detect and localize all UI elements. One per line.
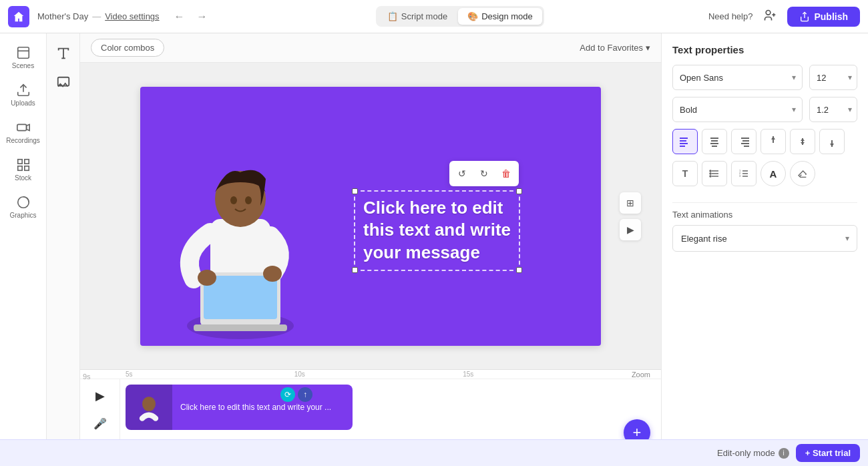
text-color-button[interactable]: A: [761, 161, 786, 186]
script-icon: 📋: [387, 11, 398, 21]
align-center-button[interactable]: [702, 129, 727, 154]
canvas-right-buttons: ⊞ ▶: [620, 192, 641, 240]
svg-rect-31: [680, 143, 688, 144]
edit-only-mode: Edit-only mode i: [717, 448, 789, 459]
sidebar-graphics-label: Graphics: [9, 212, 36, 219]
add-user-button[interactable]: [759, 6, 781, 27]
edit-only-text: Edit-only mode: [717, 448, 775, 458]
left-sidebar: Scenes Uploads Recordings Stock Graphics: [0, 33, 47, 466]
font-size-wrap: 12 14 16 18 24: [809, 65, 857, 90]
character-image: [140, 119, 341, 346]
text-undo-button[interactable]: ↺: [452, 164, 472, 184]
sidebar-recordings-label: Recordings: [6, 137, 40, 144]
svg-rect-39: [741, 143, 749, 144]
text-redo-button[interactable]: ↻: [474, 164, 494, 184]
canvas-area: Color combos Add to Favorites ▾: [80, 33, 661, 466]
text-tool-button[interactable]: [51, 41, 75, 65]
play-button[interactable]: ▶: [89, 385, 112, 407]
play-preview-button[interactable]: ▶: [620, 219, 641, 240]
forward-button[interactable]: →: [193, 8, 212, 25]
svg-rect-9: [17, 160, 21, 164]
add-favorites-chevron: ▾: [646, 43, 650, 53]
publish-button[interactable]: Publish: [787, 7, 860, 27]
text-delete-button[interactable]: 🗑: [496, 164, 516, 184]
align-bottom-button[interactable]: [819, 129, 845, 154]
design-mode-label: Design mode: [481, 11, 533, 21]
font-weight-select[interactable]: Bold Regular Light Italic: [672, 97, 803, 122]
mic-button[interactable]: 🎤: [89, 413, 111, 434]
sidebar-item-recordings[interactable]: Recordings: [4, 115, 43, 150]
sidebar-item-uploads[interactable]: Uploads: [4, 77, 43, 112]
line-height-wrap: 1.2 1.0 1.4 1.6: [809, 97, 857, 122]
canvas-wrapper: ↺ ↻ 🗑 Click here to edit this text and w…: [80, 63, 661, 369]
sidebar-item-graphics[interactable]: Graphics: [4, 190, 43, 224]
font-size-select[interactable]: 12 14 16 18 24: [809, 65, 857, 90]
handle-top-left[interactable]: [352, 188, 358, 194]
color-combos-button[interactable]: Color combos: [91, 39, 164, 57]
design-icon: 🎨: [467, 11, 478, 21]
svg-point-28: [142, 397, 156, 411]
svg-text:3: 3: [739, 174, 741, 178]
sidebar-item-stock[interactable]: Stock: [4, 152, 43, 187]
back-button[interactable]: ←: [170, 8, 189, 25]
video-settings-link[interactable]: Video settings: [105, 11, 159, 21]
svg-point-0: [767, 10, 771, 15]
script-mode-button[interactable]: 📋 Script mode: [378, 8, 457, 25]
clip-icon-teal[interactable]: ⟳: [280, 387, 295, 402]
track-clip[interactable]: ⟳ ↑ Click here to edit this text and wri…: [126, 385, 353, 430]
svg-point-26: [198, 270, 216, 286]
start-trial-button[interactable]: + Start trial: [796, 444, 860, 462]
home-button[interactable]: [8, 6, 29, 27]
sidebar-item-scenes[interactable]: Scenes: [4, 40, 43, 75]
mode-switcher: 📋 Script mode 🎨 Design mode: [376, 6, 544, 27]
svg-rect-34: [711, 140, 718, 142]
animation-select[interactable]: Elegant rise Fade in Slide left Bounce N…: [672, 225, 857, 252]
text-line3: your message: [363, 242, 480, 262]
align-top-button[interactable]: [761, 129, 786, 154]
time-markers: 5s 10s 15s: [126, 371, 632, 378]
info-icon[interactable]: i: [779, 448, 789, 459]
clip-text-preview[interactable]: Click here to edit this text and write y…: [172, 397, 353, 419]
add-to-favorites-button[interactable]: Add to Favorites ▾: [580, 43, 650, 53]
font-family-select[interactable]: Open Sans Arial Roboto: [672, 65, 803, 90]
topbar: Mother's Day — Video settings ← → 📋 Scri…: [0, 0, 868, 33]
svg-rect-36: [712, 146, 717, 147]
list-button[interactable]: [702, 161, 727, 186]
handle-bottom-right[interactable]: [516, 267, 522, 273]
breadcrumb: Mother's Day — Video settings: [37, 11, 160, 21]
text-style-button[interactable]: T: [672, 161, 698, 186]
eraser-button[interactable]: [790, 161, 815, 186]
sidebar-scenes-label: Scenes: [12, 62, 34, 69]
handle-top-right[interactable]: [516, 188, 522, 194]
sidebar-uploads-label: Uploads: [11, 99, 35, 107]
align-middle-button[interactable]: [790, 129, 815, 154]
video-canvas[interactable]: ↺ ↻ 🗑 Click here to edit this text and w…: [140, 87, 601, 346]
svg-point-27: [263, 266, 282, 282]
right-panel: Text properties Open Sans Arial Roboto 1…: [661, 33, 868, 466]
handle-bottom-left[interactable]: [352, 267, 358, 273]
ordered-list-button[interactable]: 123: [731, 161, 756, 186]
svg-rect-19: [210, 219, 270, 279]
alignment-buttons: [672, 129, 857, 154]
script-mode-label: Script mode: [401, 11, 447, 21]
time-marker-5s: 5s: [126, 371, 294, 378]
grid-view-button[interactable]: ⊞: [620, 192, 641, 214]
line-height-select[interactable]: 1.2 1.0 1.4 1.6: [809, 97, 857, 122]
text-content[interactable]: Click here to edit this text and write y…: [363, 197, 511, 264]
align-left-button[interactable]: [672, 129, 698, 154]
clip-icon-blue[interactable]: ↑: [298, 387, 312, 402]
svg-marker-44: [801, 138, 805, 141]
svg-marker-47: [830, 144, 834, 147]
svg-rect-25: [194, 324, 287, 331]
main-layout: Scenes Uploads Recordings Stock Graphics: [0, 33, 868, 466]
media-tool-button[interactable]: [51, 71, 75, 95]
design-mode-button[interactable]: 🎨 Design mode: [458, 8, 542, 25]
align-right-button[interactable]: [731, 129, 756, 154]
need-help-link[interactable]: Need help?: [708, 11, 753, 21]
svg-point-53: [710, 176, 711, 177]
animation-select-wrap: Elegant rise Fade in Slide left Bounce N…: [672, 225, 857, 252]
time-marker-15s: 15s: [463, 371, 632, 378]
text-element[interactable]: ↺ ↻ 🗑 Click here to edit this text and w…: [354, 190, 520, 271]
panel-title: Text properties: [672, 44, 857, 55]
format-buttons: T 123 A: [672, 161, 857, 186]
